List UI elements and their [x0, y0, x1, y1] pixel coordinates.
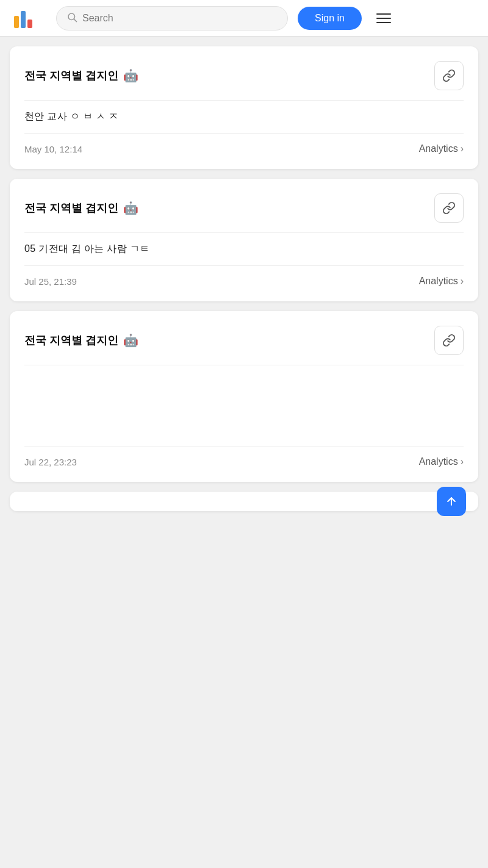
card-date-2: Jul 25, 21:39 [24, 276, 77, 287]
logo-icon [10, 5, 37, 32]
main-content: 전국 지역별 겹지인 🤖 천안 교사 ㅇ ㅂ ㅅ ㅈ May 10, 12:14… [0, 37, 488, 868]
navbar: Sign in [0, 0, 488, 37]
card-subtitle-3 [24, 375, 464, 436]
card-1: 전국 지역별 겹지인 🤖 천안 교사 ㅇ ㅂ ㅅ ㅈ May 10, 12:14… [10, 46, 478, 169]
analytics-link-2[interactable]: Analytics › [419, 276, 464, 287]
divider-3 [24, 365, 464, 365]
card-title-row-3: 전국 지역별 겹지인 🤖 [24, 333, 138, 348]
card-date-3: Jul 22, 23:23 [24, 457, 77, 467]
link-button-2[interactable] [434, 193, 464, 223]
card-title-row-2: 전국 지역별 겹지인 🤖 [24, 201, 138, 215]
robot-icon-3: 🤖 [123, 333, 138, 348]
card-title-2: 전국 지역별 겹지인 [24, 201, 118, 215]
card-date-1: May 10, 12:14 [24, 144, 82, 154]
card-3: 전국 지역별 겹지인 🤖 Jul 22, 23:23 Analytics › [10, 311, 478, 482]
menu-bar-2 [376, 18, 391, 19]
card-title-row-1: 전국 지역별 겹지인 🤖 [24, 68, 138, 83]
divider-2 [24, 232, 464, 233]
search-input[interactable] [82, 13, 278, 24]
robot-icon-2: 🤖 [123, 201, 138, 215]
card-header-2: 전국 지역별 겹지인 🤖 [24, 193, 464, 223]
card-footer-1: May 10, 12:14 Analytics › [24, 143, 464, 154]
analytics-label-3: Analytics [419, 456, 458, 467]
divider-2b [24, 265, 464, 266]
search-icon [66, 12, 77, 25]
logo-bar-red [27, 20, 32, 28]
analytics-link-1[interactable]: Analytics › [419, 143, 464, 154]
logo-bar-orange [14, 16, 19, 28]
analytics-chevron-1: › [461, 143, 464, 154]
analytics-label-2: Analytics [419, 276, 458, 287]
analytics-link-3[interactable]: Analytics › [419, 456, 464, 467]
bottom-bar [10, 492, 478, 511]
menu-button[interactable] [371, 9, 396, 28]
signin-button[interactable]: Sign in [298, 7, 362, 30]
logo [10, 5, 37, 32]
card-title-3: 전국 지역별 겹지인 [24, 333, 118, 348]
card-title-1: 전국 지역별 겹지인 [24, 68, 118, 83]
analytics-label-1: Analytics [419, 143, 458, 154]
card-2: 전국 지역별 겹지인 🤖 05 기전대 김 아는 사람 ㄱㅌ Jul 25, 2… [10, 179, 478, 301]
card-footer-3: Jul 22, 23:23 Analytics › [24, 456, 464, 467]
analytics-chevron-2: › [461, 276, 464, 287]
svg-line-1 [74, 19, 76, 21]
search-container[interactable] [56, 6, 288, 30]
logo-bars [14, 9, 32, 28]
menu-bar-3 [376, 22, 391, 23]
logo-bar-blue [21, 11, 26, 28]
link-button-3[interactable] [434, 326, 464, 355]
scroll-top-button[interactable] [437, 487, 466, 516]
card-footer-2: Jul 25, 21:39 Analytics › [24, 276, 464, 287]
link-button-1[interactable] [434, 61, 464, 90]
divider-3b [24, 446, 464, 447]
card-header-3: 전국 지역별 겹지인 🤖 [24, 326, 464, 355]
card-subtitle-2: 05 기전대 김 아는 사람 ㄱㅌ [24, 243, 464, 256]
card-subtitle-1: 천안 교사 ㅇ ㅂ ㅅ ㅈ [24, 110, 464, 123]
card-header-1: 전국 지역별 겹지인 🤖 [24, 61, 464, 90]
menu-bar-1 [376, 13, 391, 15]
robot-icon-1: 🤖 [123, 68, 138, 83]
divider-1b [24, 133, 464, 134]
analytics-chevron-3: › [461, 456, 464, 467]
divider-1 [24, 100, 464, 101]
